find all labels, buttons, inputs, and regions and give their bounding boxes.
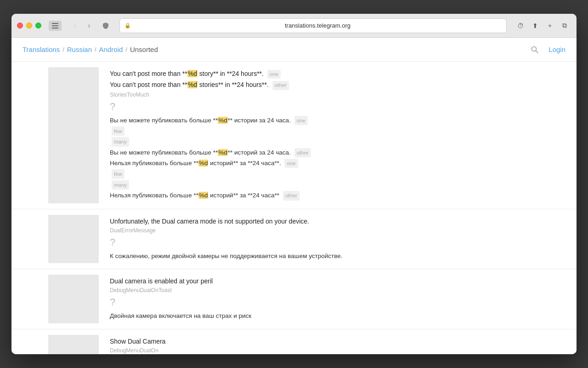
window-controls <box>49 21 62 31</box>
item-thumbnail-2 <box>48 215 99 264</box>
sidebar-toggle[interactable] <box>49 21 62 31</box>
svg-rect-2 <box>52 28 58 29</box>
separator-1: / <box>62 46 64 53</box>
back-button[interactable]: ‹ <box>69 19 82 32</box>
trans-line-few: few <box>110 126 562 136</box>
breadcrumb: Translations / Russian / Android / Unsor… <box>23 46 158 53</box>
item-content-4: Show Dual Camera DebugMenuDualOn ? Показ… <box>106 329 577 354</box>
breadcrumb-current: Unsorted <box>130 46 158 53</box>
item-thumbnail-3 <box>48 275 99 323</box>
original-text-line2: You can't post more than **%d stories** … <box>110 80 562 90</box>
variant-label-many-2: many <box>112 180 129 190</box>
item-content: You can't post more than **%d story** in… <box>106 62 577 209</box>
title-bar: ‹ › 🔒 translations.telegram.org ⏱ ⬆ ＋ ⧉ <box>11 14 577 38</box>
breadcrumb-translations[interactable]: Translations <box>23 46 60 53</box>
variant-label-few-2: few <box>112 169 124 178</box>
translation-item-3: Dual camera is enabled at your peril Deb… <box>11 269 577 329</box>
item-key-3: DebugMenuDualOnToast <box>110 287 562 293</box>
trans-line-nельзя-other: Нельзя публиковать больше **%d историй**… <box>110 190 562 201</box>
traffic-lights <box>17 23 41 29</box>
trans-line-many: many <box>110 137 562 147</box>
history-button[interactable]: ⏱ <box>514 19 527 32</box>
new-tab-button[interactable]: ＋ <box>543 19 556 32</box>
close-button[interactable] <box>17 23 23 29</box>
original-text-line1: You can't post more than **%d story** in… <box>110 69 562 79</box>
variant-label-other-1: other <box>294 148 311 157</box>
url-text: translations.telegram.org <box>134 22 502 29</box>
trans-line-many-2: many <box>110 180 562 190</box>
nav-buttons: ‹ › <box>69 19 96 32</box>
svg-line-4 <box>536 51 538 53</box>
trans-line-few-2: few <box>110 169 562 179</box>
separator-2: / <box>95 46 96 53</box>
item-key-4: DebugMenuDualOn <box>110 347 562 354</box>
item-content-2: Unfortunately, the Dual camera mode is n… <box>106 209 577 269</box>
share-button[interactable]: ⬆ <box>529 19 542 32</box>
address-bar[interactable]: 🔒 translations.telegram.org <box>119 18 507 33</box>
minimize-button[interactable] <box>26 23 32 29</box>
nav-bar: Translations / Russian / Android / Unsor… <box>11 38 577 62</box>
nav-right: Login <box>528 43 565 56</box>
login-button[interactable]: Login <box>548 46 565 53</box>
variant-label-other-2: other <box>283 191 300 200</box>
forward-button[interactable]: › <box>83 19 96 32</box>
original-text-2: Unfortunately, the Dual camera mode is n… <box>110 217 562 226</box>
item-content-3: Dual camera is enabled at your peril Deb… <box>106 269 577 329</box>
item-thumbnail <box>48 67 99 203</box>
content-area[interactable]: You can't post more than **%d story** in… <box>11 62 577 354</box>
variant-label-one: one <box>294 116 308 125</box>
original-text-3: Dual camera is enabled at your peril <box>110 276 562 286</box>
trans-line-other: Вы не можете публиковать больше **%d** и… <box>110 148 562 158</box>
breadcrumb-android[interactable]: Android <box>99 46 123 53</box>
lock-icon: 🔒 <box>124 23 131 29</box>
hl-trans-2: %d <box>218 149 228 156</box>
trans-line-dual-error: К сожалению, режим двойной камеры не под… <box>110 251 562 261</box>
svg-rect-0 <box>52 23 58 24</box>
shield-icon <box>99 19 112 32</box>
item-key-1: StoriesTooMuch <box>110 92 562 98</box>
translation-item: You can't post more than **%d story** in… <box>11 62 577 209</box>
hl-trans-4: %d <box>198 192 209 199</box>
question-mark-2: ? <box>110 236 562 248</box>
breadcrumb-russian[interactable]: Russian <box>67 46 92 53</box>
right-controls: ⏱ ⬆ ＋ ⧉ <box>514 19 571 32</box>
highlight-2: %d <box>187 81 198 88</box>
question-mark-1: ? <box>110 101 562 113</box>
variant-label-one-2: one <box>284 159 298 168</box>
maximize-button[interactable] <box>35 23 41 29</box>
search-button[interactable] <box>528 43 541 56</box>
item-key-2: DualErrorMessage <box>110 227 562 234</box>
item-thumbnail-4 <box>48 335 99 354</box>
translation-item-2: Unfortunately, the Dual camera mode is n… <box>11 209 577 270</box>
hl-trans-3: %d <box>198 160 209 167</box>
hl-trans-1: %d <box>218 117 228 124</box>
trans-line-nельзя-one: Нельзя публиковать больше **%d историй**… <box>110 158 562 168</box>
trans-line-1: Вы не можете публиковать больше **%d** и… <box>110 115 562 126</box>
question-mark-3: ? <box>110 296 562 308</box>
variant-label-few-1: few <box>112 126 124 136</box>
trans-line-dual-toast: Двойная камера включается на ваш страх и… <box>110 311 562 321</box>
tabs-button[interactable]: ⧉ <box>558 19 571 32</box>
svg-rect-1 <box>52 25 58 26</box>
variant-other: other <box>272 81 289 90</box>
translation-item-4: Show Dual Camera DebugMenuDualOn ? Показ… <box>11 329 577 354</box>
highlight-1: %d <box>187 70 198 77</box>
separator-3: / <box>125 46 127 53</box>
browser-window: ‹ › 🔒 translations.telegram.org ⏱ ⬆ ＋ ⧉ … <box>11 14 577 354</box>
variant-one: one <box>267 70 281 79</box>
variant-label-many-1: many <box>112 137 129 146</box>
original-text-4: Show Dual Camera <box>110 337 562 346</box>
